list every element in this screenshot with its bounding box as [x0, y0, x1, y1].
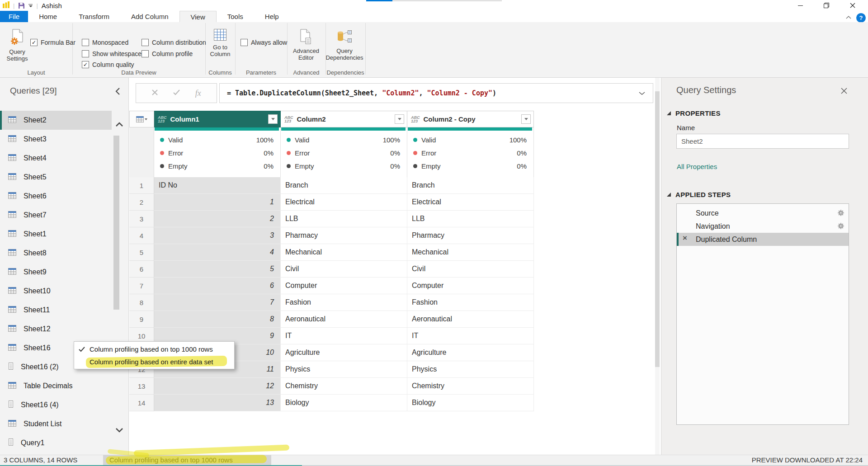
- cell[interactable]: Physics: [281, 361, 407, 378]
- cell[interactable]: LLB: [407, 211, 534, 227]
- query-item-table-decimals[interactable]: Table Decimals: [0, 377, 112, 395]
- query-item-sheet7[interactable]: Sheet7: [0, 206, 112, 225]
- query-item-student-list[interactable]: Student List: [0, 414, 112, 433]
- commit-formula-icon[interactable]: [173, 89, 180, 97]
- column-distribution-checkbox[interactable]: Column distribution: [142, 39, 206, 46]
- query-settings-button[interactable]: Query Settings: [4, 28, 31, 62]
- query-item-sheet12[interactable]: Sheet12: [0, 320, 112, 339]
- cell[interactable]: 3: [154, 227, 281, 244]
- menu-item-column-profiling-based-on-top-1000-rows[interactable]: Column profiling based on top 1000 rows: [74, 343, 234, 355]
- column-profiling-status-button[interactable]: Column profiling based on top 1000 rows: [103, 455, 271, 465]
- cell[interactable]: 6: [154, 278, 281, 294]
- advanced-editor-button[interactable]: Advanced Editor: [288, 28, 325, 61]
- restore-button[interactable]: [816, 0, 837, 11]
- query-name-field[interactable]: [676, 134, 849, 149]
- quick-access-dropdown-button[interactable]: [28, 4, 33, 7]
- tab-transform[interactable]: Transform: [68, 11, 120, 22]
- expand-formula-chevron-icon[interactable]: [638, 89, 646, 97]
- close-button[interactable]: [842, 0, 863, 11]
- applied-step-source[interactable]: Source: [677, 207, 849, 220]
- cell[interactable]: Biology: [281, 395, 407, 411]
- formula-input[interactable]: = Table.DuplicateColumn(Sheet2_Sheet, "C…: [219, 83, 653, 103]
- query-item-sheet11[interactable]: Sheet11: [0, 301, 112, 320]
- cell[interactable]: Computer: [407, 278, 534, 294]
- query-item-sheet6[interactable]: Sheet6: [0, 187, 112, 206]
- row-number[interactable]: 2: [129, 194, 154, 211]
- go-to-column-button[interactable]: Go to Column: [208, 28, 233, 58]
- cell[interactable]: 7: [154, 294, 281, 311]
- row-number[interactable]: 14: [129, 395, 154, 411]
- cell[interactable]: Branch: [407, 177, 534, 194]
- step-settings-gear-icon[interactable]: [838, 210, 844, 218]
- row-number[interactable]: 9: [129, 311, 154, 328]
- query-item-sheet4[interactable]: Sheet4: [0, 149, 112, 168]
- query-item-sheet3[interactable]: Sheet3: [0, 130, 112, 149]
- cell[interactable]: Pharmacy: [281, 227, 407, 244]
- applied-steps-section-header[interactable]: APPLIED STEPS: [667, 191, 731, 198]
- row-number[interactable]: 13: [129, 378, 154, 395]
- applied-step-duplicated-column[interactable]: ×Duplicated Column: [677, 233, 849, 246]
- cell[interactable]: Mechanical: [407, 244, 534, 261]
- delete-step-icon[interactable]: ×: [683, 234, 687, 243]
- column-filter-button[interactable]: [268, 114, 278, 124]
- queries-scrollbar-thumb[interactable]: [113, 136, 119, 310]
- cell[interactable]: Physics: [407, 361, 534, 378]
- cell[interactable]: Computer: [281, 278, 407, 294]
- cell[interactable]: Civil: [281, 261, 407, 278]
- always-allow-checkbox[interactable]: Always allow: [241, 39, 287, 46]
- cell[interactable]: Chemistry: [407, 378, 534, 395]
- cancel-formula-icon[interactable]: [151, 89, 158, 98]
- query-item-sheet5[interactable]: Sheet5: [0, 168, 112, 187]
- query-item-sheet1[interactable]: Sheet1: [0, 225, 112, 244]
- cell[interactable]: Aeronautical: [281, 311, 407, 328]
- cell[interactable]: 12: [154, 378, 281, 395]
- cell[interactable]: Branch: [281, 177, 407, 194]
- cell[interactable]: LLB: [281, 211, 407, 227]
- query-item-sheet9[interactable]: Sheet9: [0, 263, 112, 282]
- tab-view[interactable]: View: [179, 11, 217, 22]
- row-number[interactable]: 7: [129, 278, 154, 294]
- query-item-sheet8[interactable]: Sheet8: [0, 244, 112, 263]
- cell[interactable]: Civil: [407, 261, 534, 278]
- column-filter-button[interactable]: [521, 114, 531, 124]
- collapse-ribbon-button[interactable]: [843, 14, 854, 21]
- column-profile-checkbox[interactable]: Column profile: [142, 50, 193, 57]
- scroll-up-button[interactable]: [113, 121, 126, 129]
- cell[interactable]: 4: [154, 244, 281, 261]
- cell[interactable]: Electrical: [407, 194, 534, 211]
- tab-file[interactable]: File: [0, 11, 28, 22]
- select-all-button[interactable]: [129, 111, 154, 127]
- cell[interactable]: IT: [281, 328, 407, 344]
- menu-item-column-profiling-based-on-entire-data-set[interactable]: Column profiling based on entire data se…: [74, 355, 234, 368]
- row-number[interactable]: 8: [129, 294, 154, 311]
- cell[interactable]: Pharmacy: [407, 227, 534, 244]
- cell[interactable]: 1: [154, 194, 281, 211]
- cell[interactable]: 8: [154, 311, 281, 328]
- query-item-sheet2[interactable]: Sheet2: [0, 111, 112, 130]
- cell[interactable]: Aeronautical: [407, 311, 534, 328]
- column-header-column2-copy[interactable]: ABC123Column2 - Copy: [407, 111, 534, 127]
- row-number[interactable]: 5: [129, 244, 154, 261]
- cell[interactable]: IT: [407, 328, 534, 344]
- cell[interactable]: 13: [154, 395, 281, 411]
- monospaced-checkbox[interactable]: Monospaced: [82, 39, 128, 46]
- applied-step-navigation[interactable]: Navigation: [677, 220, 849, 233]
- row-number[interactable]: 4: [129, 227, 154, 244]
- formula-bar-checkbox[interactable]: Formula Bar: [30, 39, 75, 46]
- cell[interactable]: 2: [154, 211, 281, 227]
- row-number[interactable]: 6: [129, 261, 154, 278]
- preview-scrollbar-thumb[interactable]: [655, 91, 660, 367]
- show-whitespace-checkbox[interactable]: Show whitespace: [82, 50, 142, 57]
- cell[interactable]: Fashion: [407, 294, 534, 311]
- row-number[interactable]: 3: [129, 211, 154, 227]
- tab-help[interactable]: Help: [254, 11, 290, 22]
- cell[interactable]: Mechanical: [281, 244, 407, 261]
- scroll-down-button[interactable]: [113, 427, 126, 434]
- query-item-sheet16-4[interactable]: Sheet16 (4): [0, 395, 112, 414]
- cell[interactable]: Fashion: [281, 294, 407, 311]
- query-item-query1[interactable]: Query1: [0, 433, 112, 452]
- tab-add-column[interactable]: Add Column: [120, 11, 179, 22]
- column-header-column2[interactable]: ABC123Column2: [281, 111, 407, 127]
- all-properties-link[interactable]: All Properties: [677, 163, 717, 170]
- tab-tools[interactable]: Tools: [217, 11, 254, 22]
